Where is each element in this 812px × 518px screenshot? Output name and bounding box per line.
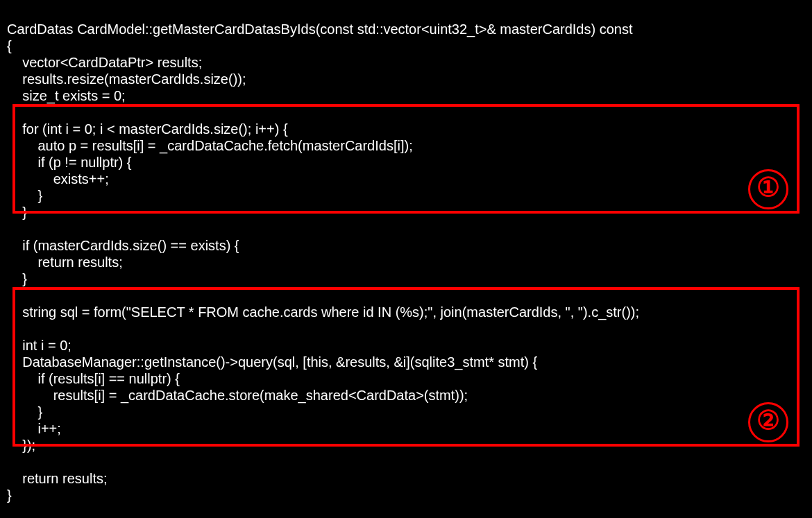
code-line: string sql = form("SELECT * FROM cache.c…	[7, 304, 639, 320]
code-line: return results;	[7, 254, 123, 270]
code-line: }	[7, 205, 27, 220]
code-line: results[i] = _cardDataCache.store(make_s…	[7, 388, 468, 403]
code-line: for (int i = 0; i < masterCardIds.size()…	[7, 121, 288, 137]
code-line: int i = 0;	[7, 338, 71, 353]
code-line: auto p = results[i] = _cardDataCache.fet…	[7, 138, 413, 153]
code-line: }	[7, 271, 27, 286]
code-line: });	[7, 438, 35, 453]
code-line: exists++;	[7, 171, 109, 187]
code-line: if (p != nullptr) {	[7, 155, 132, 170]
code-line: DatabaseManager::getInstance()->query(sq…	[7, 354, 537, 370]
code-line: results.resize(masterCardIds.size());	[7, 71, 246, 87]
highlight-label-2: ②	[748, 402, 788, 442]
code-line: vector<CardDataPtr> results;	[7, 55, 202, 70]
code-line: {	[7, 38, 12, 53]
code-line: }	[7, 188, 42, 203]
code-line: }	[7, 487, 12, 503]
highlight-label-1: ①	[748, 169, 788, 209]
code-line: size_t exists = 0;	[7, 88, 126, 103]
code-block: CardDatas CardModel::getMasterCardDatasB…	[0, 0, 812, 518]
code-line: if (results[i] == nullptr) {	[7, 371, 180, 386]
code-line: CardDatas CardModel::getMasterCardDatasB…	[7, 21, 633, 37]
code-line: if (masterCardIds.size() == exists) {	[7, 238, 239, 253]
code-line: }	[7, 404, 42, 420]
code-line: return results;	[7, 471, 108, 486]
code-line: i++;	[7, 421, 61, 436]
